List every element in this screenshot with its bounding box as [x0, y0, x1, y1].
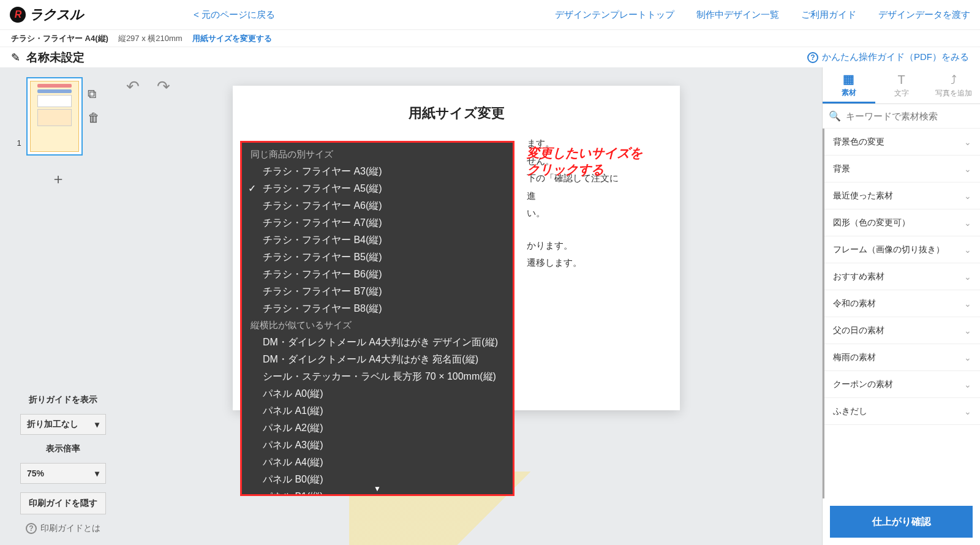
undo-icon[interactable]: ↶	[126, 77, 140, 96]
chevron-down-icon: ⌄	[964, 164, 971, 174]
duplicate-icon[interactable]: ⧉	[88, 87, 100, 101]
material-category[interactable]: 令和の素材⌄	[824, 290, 980, 317]
dropdown-item[interactable]: パネル A3(縦)	[242, 437, 513, 454]
annotation-text: 変更したいサイズを クリックする	[527, 145, 643, 178]
dropdown-item[interactable]: チラシ・フライヤー B7(縦)	[242, 283, 513, 300]
fold-guide-label: 折りガイドを表示	[29, 394, 97, 405]
dropdown-item[interactable]: DM・ダイレクトメール A4大判はがき デザイン面(縦)	[242, 334, 513, 351]
page-number: 1	[17, 138, 21, 148]
chevron-down-icon: ⌄	[964, 380, 971, 389]
top-nav: デザインテンプレートトップ 制作中デザイン一覧 ご利用ガイド デザインデータを渡…	[555, 9, 970, 21]
chevron-down-icon: ⌄	[964, 272, 971, 282]
print-guide-help[interactable]: ?印刷ガイドとは	[26, 523, 100, 534]
chevron-down-icon: ⌄	[964, 299, 971, 309]
top-bar: Rラクスル < 元のページに戻る デザインテンプレートトップ 制作中デザイン一覧…	[0, 0, 980, 29]
dropdown-item[interactable]: パネル A2(縦)	[242, 419, 513, 437]
logo-text: ラクスル	[29, 6, 83, 24]
dropdown-group-label: 縦横比が似ているサイズ	[242, 317, 513, 334]
product-dimensions: 縦297 x 横210mm	[118, 33, 183, 44]
fold-guide-select[interactable]: 折り加工なし▾	[20, 414, 106, 435]
zoom-select[interactable]: 75%▾	[20, 463, 106, 484]
title-row: ✎ 名称未設定 ?かんたん操作ガイド（PDF）をみる	[0, 47, 980, 67]
dropdown-item[interactable]: チラシ・フライヤー B8(縦)	[242, 300, 513, 317]
dropdown-item[interactable]: チラシ・フライヤー A3(縦)	[242, 163, 513, 180]
chevron-down-icon: ▾	[95, 468, 99, 478]
chevron-down-icon: ⌄	[964, 218, 971, 228]
material-category[interactable]: クーポンの素材⌄	[824, 371, 980, 398]
logo[interactable]: Rラクスル	[10, 6, 83, 24]
pencil-icon[interactable]: ✎	[11, 51, 20, 64]
dropdown-item[interactable]: チラシ・フライヤー A6(縦)	[242, 197, 513, 214]
dropdown-item[interactable]: チラシ・フライヤー B4(縦)	[242, 231, 513, 249]
dropdown-item[interactable]: パネル A0(縦)	[242, 385, 513, 402]
dropdown-item[interactable]: パネル A1(縦)	[242, 402, 513, 419]
material-category[interactable]: 最近使った素材⌄	[824, 182, 980, 209]
logo-badge-icon: R	[10, 7, 26, 23]
text-icon: T	[897, 73, 905, 87]
right-panel-tabs: ▦素材 T文字 ⤴写真を追加	[823, 67, 980, 104]
dropdown-item[interactable]: DM・ダイレクトメール A4大判はがき 宛名面(縦)	[242, 351, 513, 368]
dropdown-item[interactable]: チラシ・フライヤー B6(縦)	[242, 266, 513, 283]
material-category[interactable]: フレーム（画像の切り抜き）⌄	[824, 236, 980, 263]
hide-print-guide-button[interactable]: 印刷ガイドを隠す	[20, 492, 106, 514]
nav-templates-top[interactable]: デザインテンプレートトップ	[555, 9, 674, 21]
product-name: チラシ・フライヤー A4(縦)	[11, 33, 108, 44]
material-category[interactable]: おすすめ素材⌄	[824, 263, 980, 290]
page-thumbnail[interactable]	[26, 77, 83, 156]
chevron-down-icon: ⌄	[964, 137, 971, 147]
material-category[interactable]: 背景⌄	[824, 156, 980, 182]
page-thumbnail-preview	[30, 81, 79, 152]
nav-in-progress[interactable]: 制作中デザイン一覧	[696, 9, 779, 21]
tab-photo[interactable]: ⤴写真を追加	[927, 67, 980, 103]
materials-icon: ▦	[843, 72, 854, 86]
nav-guide[interactable]: ご利用ガイド	[801, 9, 856, 21]
chevron-down-icon: ⌄	[964, 326, 971, 336]
material-category[interactable]: 父の日の素材⌄	[824, 317, 980, 344]
add-page-button[interactable]: ＋	[51, 169, 66, 189]
nav-handoff[interactable]: デザインデータを渡す	[878, 9, 970, 21]
confirm-preview-button[interactable]: 仕上がり確認	[830, 506, 973, 538]
back-link[interactable]: < 元のページに戻る	[194, 9, 275, 21]
dropdown-item[interactable]: チラシ・フライヤー A5(縦)	[242, 180, 513, 197]
dropdown-item[interactable]: チラシ・フライヤー A7(縦)	[242, 214, 513, 231]
left-bottom-controls: 折りガイドを表示 折り加工なし▾ 表示倍率 75%▾ 印刷ガイドを隠す ?印刷ガ…	[11, 394, 115, 534]
chevron-down-icon: ▾	[95, 419, 99, 429]
material-category[interactable]: ふきだし⌄	[824, 398, 980, 425]
design-title[interactable]: 名称未設定	[26, 50, 85, 66]
material-search[interactable]: 🔍	[823, 104, 980, 129]
chevron-down-icon: ⌄	[964, 191, 971, 201]
material-category-list[interactable]: 背景色の変更⌄背景⌄最近使った素材⌄図形（色の変更可）⌄フレーム（画像の切り抜き…	[823, 129, 980, 498]
redo-icon[interactable]: ↷	[157, 77, 170, 96]
chevron-down-icon: ⌄	[964, 353, 971, 363]
dropdown-group-label: 同じ商品の別サイズ	[242, 146, 513, 163]
search-input[interactable]	[846, 111, 974, 121]
chevron-down-icon: ⌄	[964, 407, 971, 416]
search-icon: 🔍	[829, 110, 841, 122]
sub-bar: チラシ・フライヤー A4(縦) 縦297 x 横210mm 用紙サイズを変更する	[0, 29, 980, 47]
tab-text[interactable]: T文字	[875, 67, 928, 103]
modal-title: 用紙サイズ変更	[251, 104, 662, 122]
trash-icon[interactable]: 🗑	[88, 111, 100, 125]
zoom-label: 表示倍率	[46, 443, 80, 454]
easy-guide-link[interactable]: ?かんたん操作ガイド（PDF）をみる	[807, 51, 969, 63]
right-panel: ▦素材 T文字 ⤴写真を追加 🔍 背景色の変更⌄背景⌄最近使った素材⌄図形（色の…	[822, 67, 980, 545]
dropdown-item[interactable]: パネル A4(縦)	[242, 454, 513, 471]
tab-materials[interactable]: ▦素材	[823, 67, 875, 103]
upload-icon: ⤴	[951, 73, 957, 87]
change-paper-size-link[interactable]: 用紙サイズを変更する	[192, 33, 272, 44]
question-icon: ?	[807, 52, 818, 63]
chevron-down-icon[interactable]: ▼	[374, 484, 381, 493]
chevron-down-icon: ⌄	[964, 245, 971, 255]
material-category[interactable]: 図形（色の変更可）⌄	[824, 209, 980, 236]
dropdown-item[interactable]: チラシ・フライヤー B5(縦)	[242, 249, 513, 266]
material-category[interactable]: 背景色の変更⌄	[824, 129, 980, 156]
paper-size-dropdown[interactable]: 同じ商品の別サイズチラシ・フライヤー A3(縦)チラシ・フライヤー A5(縦)チ…	[240, 141, 514, 496]
material-category[interactable]: 梅雨の素材⌄	[824, 344, 980, 371]
dropdown-item[interactable]: シール・ステッカー・ラベル 長方形 70 × 100mm(縦)	[242, 368, 513, 385]
question-icon: ?	[26, 523, 37, 534]
